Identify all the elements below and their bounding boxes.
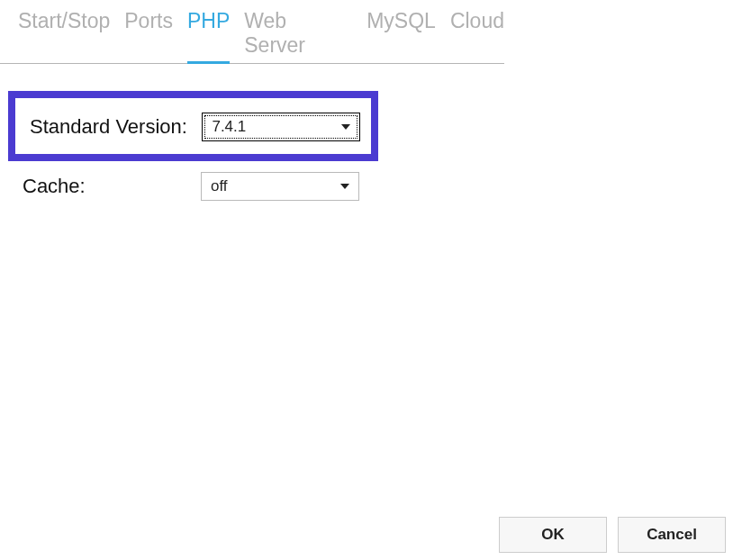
row-cache: Cache: off [23,172,733,201]
select-standard-version[interactable]: 7.4.1 [202,113,360,141]
chevron-down-icon [340,184,349,189]
tab-start-stop[interactable]: Start/Stop [18,9,110,63]
cancel-button[interactable]: Cancel [618,517,726,553]
chevron-down-icon [341,124,350,130]
select-cache[interactable]: off [201,172,359,201]
label-cache: Cache: [23,175,201,198]
tab-content: Standard Version: 7.4.1 Cache: off [0,64,733,201]
tab-bar: Start/Stop Ports PHP Web Server MySQL Cl… [0,0,504,64]
tab-cloud[interactable]: Cloud [450,9,504,63]
tab-ports[interactable]: Ports [124,9,173,63]
tab-web-server[interactable]: Web Server [244,9,352,63]
dialog-buttons: OK Cancel [499,517,726,553]
tab-php[interactable]: PHP [187,9,230,63]
select-cache-value: off [211,177,228,195]
label-standard-version: Standard Version: [30,115,202,139]
select-standard-version-value: 7.4.1 [212,118,246,136]
tab-mysql[interactable]: MySQL [366,9,436,63]
highlight-standard-version: Standard Version: 7.4.1 [8,91,378,161]
ok-button[interactable]: OK [499,517,607,553]
